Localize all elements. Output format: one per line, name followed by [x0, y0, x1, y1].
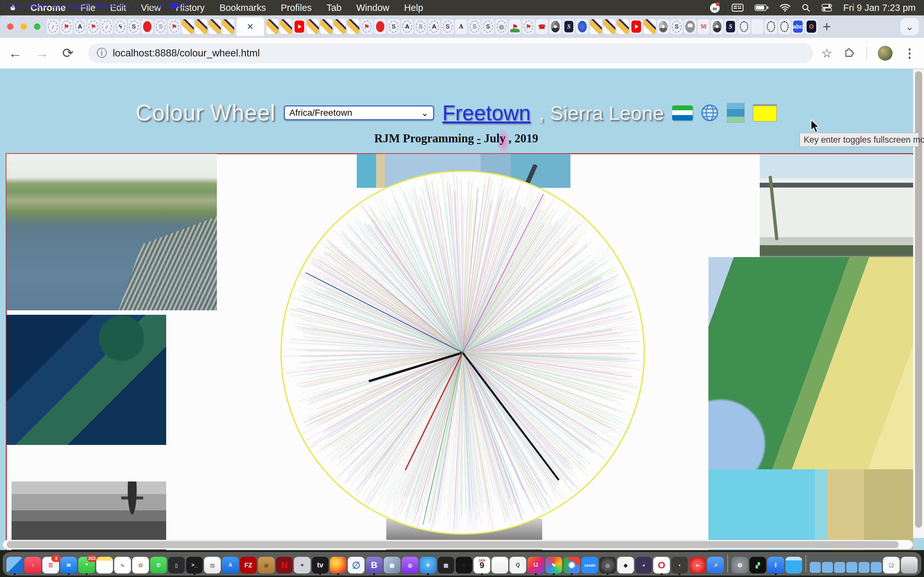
dock-mini-terminal[interactable]: ▞	[750, 557, 766, 574]
tab-favicon-abc[interactable]: abc	[792, 19, 804, 34]
forward-button[interactable]: →	[35, 47, 49, 60]
tab-favicon-youtube[interactable]	[293, 19, 305, 34]
zoom-window-button[interactable]	[34, 23, 40, 30]
tab-favicon-golf[interactable]: ⚑	[509, 19, 521, 34]
menu-bar-clock[interactable]: Fri 9 Jan 7:23 pm	[843, 3, 916, 13]
menu-window[interactable]: Window	[356, 3, 389, 13]
city-link[interactable]: Freetown	[443, 101, 531, 125]
dock-trash[interactable]	[901, 557, 918, 574]
dock-preview-app[interactable]: ▣	[384, 557, 401, 574]
tab-favicon-abci[interactable]	[576, 19, 588, 34]
dock-gimp[interactable]: ◖	[671, 557, 688, 574]
dock-chrome[interactable]	[564, 557, 580, 574]
dock-opera[interactable]: O	[653, 557, 670, 574]
tab-favicon-pencil[interactable]	[266, 19, 278, 34]
tab-favicon-A[interactable]: ☎	[536, 19, 548, 34]
tab-favicon-dash[interactable]: ◍	[495, 19, 507, 34]
tab-favicon-dash[interactable]: ♪	[101, 19, 113, 34]
new-tab-button[interactable]: +	[822, 19, 831, 34]
tab-favicon-pencil[interactable]	[347, 19, 359, 34]
dock-music[interactable]: ♪	[24, 557, 41, 574]
dock-photos[interactable]: ✿	[132, 557, 149, 574]
dock-minimized-window[interactable]	[859, 562, 869, 573]
dock-inkscape[interactable]: ◆	[617, 557, 634, 574]
dock-speedometer[interactable]: ➢	[689, 557, 706, 574]
timezone-select[interactable]: Africa/Freetown ⌄	[284, 105, 434, 120]
tab-favicon-pencil[interactable]	[603, 19, 615, 34]
site-info-icon[interactable]: ⓘ	[97, 46, 107, 60]
dock-safari[interactable]: ✦	[420, 557, 436, 574]
control-center-icon[interactable]	[821, 3, 832, 12]
dock-notes[interactable]	[96, 557, 113, 574]
tab-favicon-dash[interactable]: ϟ	[114, 19, 126, 34]
dock-bluetooth[interactable]: ᛒ	[767, 557, 784, 574]
dock-pet-app[interactable]: ◕	[635, 557, 652, 574]
dock-key-app[interactable]: ⌖	[294, 557, 310, 574]
dock-gold-app[interactable]: ◉	[258, 557, 275, 574]
thumbnail-image-icon[interactable]	[727, 103, 745, 123]
dock-freeform[interactable]: ∿	[114, 557, 131, 574]
tab-favicon-dash[interactable]: A	[401, 19, 413, 34]
tab-favicon-onavy[interactable]: O	[805, 19, 817, 34]
profile-avatar[interactable]	[878, 46, 893, 61]
dock-black-app[interactable]: ◌	[456, 557, 472, 574]
dock-podcasts[interactable]: ◎	[402, 557, 418, 574]
tab-favicon-chromed[interactable]	[711, 19, 723, 34]
tab-favicon-chromeg[interactable]	[657, 19, 669, 34]
tab-favicon-dash[interactable]: S	[482, 19, 494, 34]
address-bar[interactable]: ⓘ localhost:8888/colour_wheel.html	[88, 43, 813, 63]
dock-window-thumb[interactable]: ❏	[883, 557, 900, 574]
tab-favicon-pencil[interactable]	[334, 19, 346, 34]
tab-favicon-dash[interactable]: ⚑	[360, 19, 373, 34]
dock-calendar[interactable]: 9JAN	[473, 557, 490, 574]
dock-textedit[interactable]: ▤	[204, 557, 221, 574]
dock-zoom[interactable]: zoom	[582, 557, 598, 574]
tab-favicon-eleph[interactable]	[684, 19, 696, 34]
horizontal-scrollbar-thumb[interactable]	[7, 541, 899, 548]
tab-favicon-red[interactable]	[374, 19, 386, 34]
dock-bbedit[interactable]: B	[366, 557, 383, 574]
tab-favicon-A[interactable]: A	[455, 19, 467, 34]
dock-garageband[interactable]: ◎	[599, 557, 616, 574]
tab-favicon-youtube[interactable]	[630, 19, 642, 34]
tab-favicon-pencil[interactable]	[644, 19, 656, 34]
dock-minimized-window[interactable]	[810, 562, 821, 573]
dock-intellij[interactable]: IJ	[527, 557, 544, 574]
dock-jar-blue[interactable]	[785, 557, 802, 574]
active-tab[interactable]: ✕	[236, 17, 264, 36]
wifi-icon[interactable]	[780, 3, 790, 12]
tab-favicon-pencil[interactable]	[617, 19, 629, 34]
tab-favicon-pencil[interactable]	[195, 19, 207, 34]
spotlight-icon[interactable]	[801, 3, 811, 12]
tab-favicon-pencil[interactable]	[320, 19, 333, 34]
tab-favicon-dash[interactable]: A	[428, 19, 440, 34]
dock-terminal[interactable]: >_	[186, 557, 203, 574]
dock-apple-tv[interactable]: tv	[312, 557, 328, 574]
yellow-colour-swatch[interactable]	[753, 104, 777, 121]
tab-favicon-dots[interactable]	[779, 19, 790, 34]
dock-utility-dark[interactable]: ▦	[438, 557, 454, 574]
menu-profiles[interactable]: Profiles	[281, 3, 312, 13]
tab-favicon-pencil[interactable]	[182, 19, 194, 34]
browser-menu-icon[interactable]: ⋮	[903, 46, 916, 60]
dock-minimized-window[interactable]	[871, 562, 882, 573]
tab-favicon-white[interactable]	[751, 19, 764, 34]
tab-favicon-pencil[interactable]	[280, 19, 292, 34]
menu-help[interactable]: Help	[404, 3, 423, 13]
tab-favicon-red[interactable]	[141, 19, 153, 34]
close-window-button[interactable]	[7, 23, 13, 30]
dock-reminders[interactable]: ☰3	[42, 557, 59, 574]
tab-favicon-dash[interactable]: ⚑	[168, 19, 180, 34]
tab-favicon-chromed[interactable]	[549, 19, 561, 34]
tab-favicon-dash[interactable]: ⚑	[87, 19, 99, 34]
dock-builder-blue[interactable]: ↗	[707, 557, 724, 574]
tab-favicon-pencil[interactable]	[307, 19, 319, 34]
horizontal-scrollbar[interactable]	[3, 540, 913, 550]
bookmark-star-icon[interactable]: ☆	[821, 46, 832, 60]
tab-favicon-dash[interactable]: S	[155, 19, 167, 34]
tab-favicon-dash[interactable]: ⚑	[60, 19, 73, 34]
tab-favicon-dots[interactable]	[738, 19, 750, 34]
tab-favicon-navyS[interactable]: S	[563, 19, 575, 34]
mk-status-icon[interactable]: m	[709, 2, 720, 13]
tab-favicon-pencil[interactable]	[208, 19, 221, 34]
